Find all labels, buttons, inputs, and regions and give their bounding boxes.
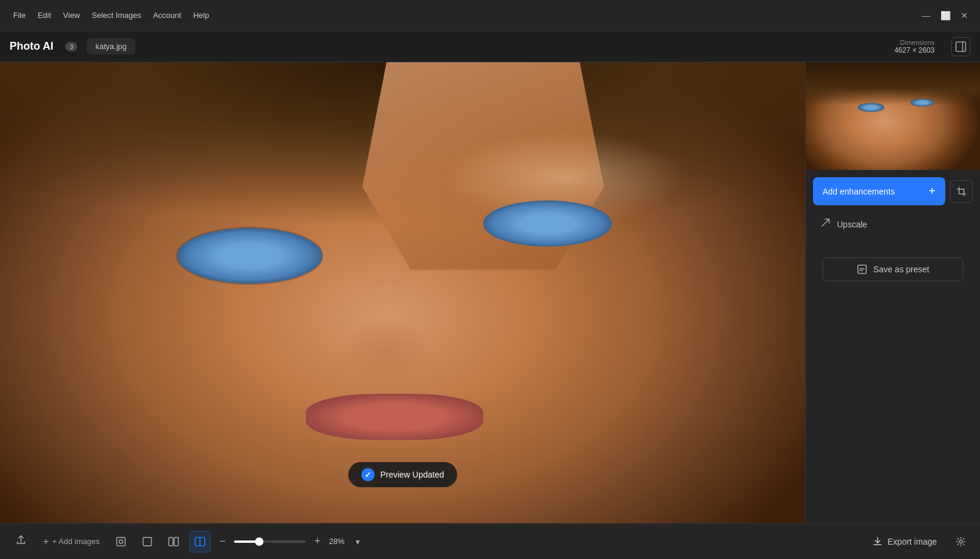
title-bar: File Edit View Select Images Account Hel… <box>0 0 980 31</box>
add-images-label: + Add images <box>52 537 99 546</box>
menu-help[interactable]: Help <box>187 8 216 22</box>
svg-point-4 <box>119 540 123 543</box>
upscale-icon <box>820 217 831 231</box>
settings-button[interactable] <box>951 532 970 551</box>
maximize-button[interactable]: ⬜ <box>937 7 954 24</box>
add-enhancements-plus-icon: + <box>929 184 936 198</box>
menu-file[interactable]: File <box>7 8 32 22</box>
panel-toggle-button[interactable] <box>951 37 970 56</box>
svg-rect-6 <box>169 537 173 546</box>
dimensions-value: 4627 × 2603 <box>894 46 935 54</box>
preview-updated-badge: ✓ Preview Updated <box>348 462 457 487</box>
add-enhancements-label: Add enhancements <box>823 187 895 196</box>
upload-button[interactable] <box>10 531 32 552</box>
svg-rect-5 <box>143 537 151 546</box>
export-image-label: Export image <box>888 537 937 546</box>
window-controls: — ⬜ ✕ <box>918 7 973 24</box>
svg-rect-0 <box>956 42 966 51</box>
zoom-in-button[interactable]: + <box>311 533 324 550</box>
save-preset-button[interactable]: Save as preset <box>823 257 963 281</box>
svg-rect-2 <box>858 265 866 274</box>
menu-view[interactable]: View <box>57 8 86 22</box>
upscale-row[interactable]: Upscale <box>811 210 975 238</box>
zoom-value: 28% <box>329 537 351 546</box>
view-controls <box>110 531 211 552</box>
save-preset-label: Save as preset <box>873 265 929 274</box>
file-tab[interactable]: katya.jpg <box>87 38 135 54</box>
zoom-controls: − + 28% ▾ <box>216 533 359 550</box>
canvas-area: ✓ Preview Updated <box>0 62 805 523</box>
zoom-slider-thumb[interactable] <box>255 537 263 546</box>
upscale-label: Upscale <box>837 220 867 229</box>
image-count-badge: 3 <box>65 42 77 51</box>
screenshot-view-button[interactable] <box>110 531 132 552</box>
main-content: ✓ Preview Updated Add enhancements + <box>0 62 980 523</box>
check-icon: ✓ <box>361 468 374 481</box>
dimensions-label: Dimensions <box>894 39 935 46</box>
export-image-button[interactable]: Export image <box>863 531 946 552</box>
svg-point-10 <box>960 540 963 543</box>
svg-rect-3 <box>117 537 125 546</box>
right-panel: Add enhancements + Upscale <box>805 62 980 523</box>
upload-icon <box>16 535 26 548</box>
bottom-toolbar: + + Add images <box>0 523 980 559</box>
menu-account[interactable]: Account <box>147 8 187 22</box>
zoom-slider[interactable] <box>234 540 306 543</box>
thumbnail-preview <box>806 62 980 170</box>
photo-canvas <box>0 62 805 523</box>
portrait-lips <box>306 394 483 440</box>
zoom-out-button[interactable]: − <box>216 533 229 550</box>
add-images-icon: + <box>43 536 48 547</box>
split-view-button[interactable] <box>189 531 211 552</box>
portrait-nose <box>338 316 435 385</box>
zoom-dropdown-button[interactable]: ▾ <box>356 537 360 546</box>
thumb-hair <box>806 62 980 105</box>
app-bar: Photo AI 3 katya.jpg Dimensions 4627 × 2… <box>0 31 980 62</box>
save-preset-area: Save as preset <box>806 248 980 291</box>
add-enhancements-button[interactable]: Add enhancements + <box>813 177 945 205</box>
thumb-eye-left <box>858 103 884 111</box>
preview-updated-text: Preview Updated <box>380 470 444 479</box>
app-title: Photo AI <box>10 40 53 53</box>
minimize-button[interactable]: — <box>918 7 935 24</box>
dimensions-area: Dimensions 4627 × 2603 <box>894 39 935 54</box>
crop-button[interactable] <box>950 180 973 203</box>
menu-select-images[interactable]: Select Images <box>86 8 147 22</box>
thumb-eye-right <box>911 99 935 107</box>
enhancements-area: Add enhancements + Upscale <box>806 170 980 238</box>
close-button[interactable]: ✕ <box>956 7 973 24</box>
compare-view-button[interactable] <box>163 531 184 552</box>
portrait-eye-left <box>177 228 322 283</box>
menu-edit[interactable]: Edit <box>32 8 57 22</box>
single-view-button[interactable] <box>136 531 158 552</box>
svg-rect-7 <box>174 537 178 546</box>
portrait-eye-right <box>483 200 612 247</box>
add-images-button[interactable]: + + Add images <box>37 533 105 551</box>
